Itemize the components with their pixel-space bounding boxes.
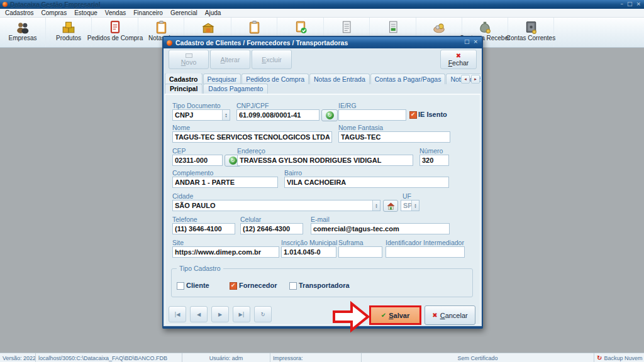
dialog-titlebar[interactable]: Cadastro de Clientes / Fornecedores / Tr… [164,37,482,48]
annotation-arrow-icon [332,300,370,336]
toolbar-produtos-button[interactable]: Produtos [46,18,92,47]
menu-estoque[interactable]: Estoque [70,9,101,16]
dialog-icon [167,40,172,46]
tab-scroll-right-icon[interactable]: ▸ [471,75,480,84]
nome-input[interactable] [172,131,332,143]
menubar: Cadastros Compras Estoque Vendas Finance… [0,9,644,18]
cancelar-button[interactable]: ✖ Cancelar [425,305,475,325]
tab-contas-a-pagar[interactable]: Contas a Pagar/Pagas [370,74,446,84]
cidade-add-button[interactable] [383,200,398,212]
spinner-icon[interactable]: ▴▾ [372,200,380,211]
nav-next-button[interactable]: ▶ [211,306,229,322]
menu-cadastros[interactable]: Cadastros [1,9,38,16]
menu-vendas[interactable]: Vendas [101,9,130,16]
subtab-principal[interactable]: Principal [165,84,203,94]
cnpj-cpf-input[interactable] [236,109,319,121]
x-icon: ✖ [432,312,437,319]
close-icon[interactable]: × [636,1,641,7]
tab-pesquisar[interactable]: Pesquisar [203,74,242,84]
subtab-strip: Principal Dados Pagamento [165,84,480,94]
dialog-maximize-icon[interactable]: □ [464,38,470,45]
window-titlebar[interactable]: Datacaixa Gestão Empresarial – □ × [0,0,644,9]
nav-last-button[interactable]: ▶| [233,306,250,322]
gold-box-icon [201,19,215,35]
fornecedor-checkbox[interactable] [230,282,237,290]
clipboard-check-icon [294,19,308,35]
nav-refresh-button[interactable]: ↻ [254,306,272,322]
site-input[interactable] [172,246,279,258]
menu-compras[interactable]: Compras [38,9,71,16]
fechar-button[interactable]: ✖ Fechar [440,50,477,69]
toolbar-contas-correntes-button[interactable]: Contas Correntes [508,18,554,47]
menu-financeiro[interactable]: Financeiro [130,9,167,16]
tab-strip: Cadastro Pesquisar Pedidos de Compra Not… [165,74,480,84]
complemento-input[interactable] [172,177,278,188]
tab-pedidos-de-compra[interactable]: Pedidos de Compra [242,74,309,84]
label-cnpj-cpf: CNPJ/CPF [236,102,269,109]
fornecedor-label: Fornecedor [239,282,277,289]
salvar-button[interactable]: ✔ Salvar [369,305,421,325]
statusbar: Versão: 2022.05.23 localhost/3050:C:\Dat… [0,353,644,362]
product-boxes-icon [62,19,75,35]
status-backup: ↻ Backup Nuvem [594,353,644,362]
uf-select[interactable]: SP ▴▾ [401,200,419,211]
green-arrow-icon: ↻ [326,111,334,119]
maximize-icon[interactable]: □ [627,1,633,7]
dialog-close-icon[interactable]: × [473,38,478,45]
novo-button[interactable]: Novo [169,50,209,69]
menu-ajuda[interactable]: Ajuda [201,9,225,16]
label-email: E-mail [311,216,330,223]
spinner-icon[interactable]: ▴▾ [222,110,230,120]
cnpj-lookup-button[interactable]: ↻ [321,109,338,121]
subtab-dados-pagamento[interactable]: Dados Pagamento [203,84,268,94]
excluir-button[interactable]: Excluir [252,50,292,69]
window-title: Datacaixa Gestão Empresarial [10,1,100,8]
safe-icon [524,19,538,35]
suframa-input[interactable] [338,246,382,258]
tab-cadastro[interactable]: Cadastro [165,74,203,84]
ie-rg-input[interactable] [338,109,406,121]
celular-input[interactable] [240,223,303,234]
nav-prev-button[interactable]: ◀ [190,306,208,322]
endereco-input[interactable] [237,155,413,166]
transportadora-checkbox[interactable] [289,282,297,290]
menu-gerencial[interactable]: Gerencial [167,9,201,16]
minimize-icon[interactable]: – [620,1,623,7]
cep-input[interactable] [172,155,223,166]
tab-notas-de-entrada[interactable]: Notas de Entrada [309,74,370,84]
status-impressora: Impressora: [270,353,362,362]
status-versao: Versão: 2022.05.23 [0,353,36,362]
toolbar-button-label: Empresas [8,35,36,41]
spinner-icon[interactable]: ▴▾ [411,200,419,211]
ie-isento-checkbox[interactable] [409,111,417,119]
cliente-checkbox[interactable] [177,282,184,290]
tipo-cadastro-legend: Tipo Cadastro [177,265,223,272]
clipboard-icon [154,19,168,35]
telefone-input[interactable] [172,223,235,234]
toolbar-empresas-button[interactable]: Empresas [0,18,46,47]
toolbar-button-label: Pedidos de Compra [87,35,143,41]
alterar-button[interactable]: Alterar [210,50,250,69]
ie-isento-label: IE Isento [418,111,447,118]
label-cidade: Cidade [172,192,193,200]
label-uf: UF [402,192,411,200]
label-inscricao-municipal: Inscrição Municipal [281,239,337,246]
fechar-label: Fechar [448,59,469,67]
tab-scroll-left-icon[interactable]: ◂ [461,75,470,84]
numero-input[interactable] [419,155,449,166]
toolbar-button-label: Contas Correntes [506,35,555,41]
cidade-select[interactable]: SÃO PAULO ▴▾ [172,200,380,211]
toolbar-pedidos-compra-button[interactable]: Pedidos de Compra [92,18,138,47]
alterar-label: Alterar [221,56,240,63]
inscricao-municipal-input[interactable] [281,246,336,258]
nav-first-button[interactable]: |◀ [169,306,186,322]
label-bairro: Bairro [284,169,302,177]
identificador-intermediador-input[interactable] [386,246,465,258]
bairro-input[interactable] [284,177,449,188]
nome-fantasia-input[interactable] [338,131,450,143]
hand-money-icon [432,19,446,35]
novo-label: Novo [181,58,197,66]
email-input[interactable] [311,223,450,234]
dialog-body: Novo Alterar Excluir ✖ Fechar Cadastro P… [164,48,482,326]
tipo-documento-select[interactable]: CNPJ ▴▾ [172,109,230,121]
